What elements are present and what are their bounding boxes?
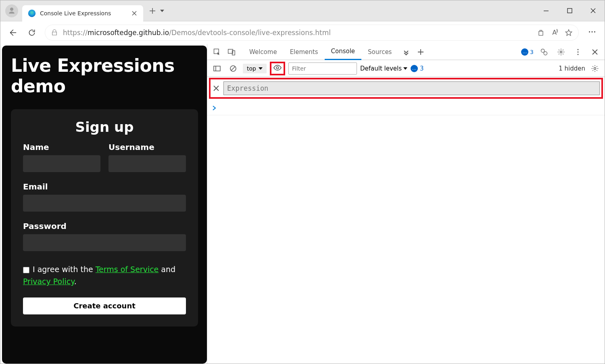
svg-point-11 xyxy=(578,49,579,50)
svg-point-13 xyxy=(578,54,579,55)
issues-counter[interactable]: …3 xyxy=(411,65,424,72)
svg-rect-14 xyxy=(214,66,220,71)
close-devtools-icon[interactable] xyxy=(588,46,601,58)
password-label: Password xyxy=(23,221,186,231)
issues-badge-top[interactable]: …3 xyxy=(521,48,534,56)
svg-rect-1 xyxy=(567,8,572,13)
tos-link[interactable]: Terms of Service xyxy=(96,265,159,274)
minimize-button[interactable] xyxy=(534,0,558,21)
tab-console[interactable]: Console xyxy=(325,44,362,60)
page-content: Live Expressions demo Sign up Name Usern… xyxy=(2,46,207,364)
svg-point-16 xyxy=(276,67,279,69)
name-field[interactable] xyxy=(23,155,100,172)
context-selector[interactable]: top xyxy=(243,64,267,73)
password-field[interactable] xyxy=(23,234,186,251)
add-tab-icon[interactable] xyxy=(414,46,427,58)
live-expression-eye-icon[interactable] xyxy=(273,63,282,74)
svg-point-0 xyxy=(28,9,35,17)
prompt-chevron-icon xyxy=(211,105,217,111)
live-expression-button-highlight xyxy=(270,62,285,75)
devtools-top-bar: Welcome Elements Console Sources …3 xyxy=(207,44,605,60)
titlebar: Console Live Expressions xyxy=(0,0,605,21)
svg-point-3 xyxy=(591,31,592,32)
clear-console-icon[interactable] xyxy=(227,62,240,75)
devtools-panel: Welcome Elements Console Sources …3 xyxy=(207,44,605,364)
email-label: Email xyxy=(23,182,186,191)
back-button[interactable] xyxy=(6,26,19,39)
privacy-link[interactable]: Privacy Policy xyxy=(23,277,74,286)
svg-point-10 xyxy=(560,51,562,53)
profile-avatar[interactable] xyxy=(5,4,18,17)
tab-elements[interactable]: Elements xyxy=(284,44,325,60)
url-box[interactable]: https://microsoftedge.github.io/Demos/de… xyxy=(45,25,579,41)
chevron-down-icon xyxy=(403,67,407,71)
consent-checkbox[interactable] xyxy=(23,267,29,273)
signup-card: Sign up Name Username Email Password xyxy=(11,109,198,327)
read-aloud-icon[interactable]: A)) xyxy=(552,29,557,37)
tabs-chevron-icon[interactable] xyxy=(159,8,165,14)
svg-point-8 xyxy=(541,49,544,52)
consent-text: I agree with the Terms of Service and Pr… xyxy=(23,263,186,288)
new-tab-icon[interactable] xyxy=(149,7,156,15)
device-toolbar-icon[interactable] xyxy=(225,46,238,58)
username-label: Username xyxy=(108,142,186,152)
feedback-icon[interactable] xyxy=(538,46,551,58)
inspect-element-icon[interactable] xyxy=(211,46,223,58)
svg-point-9 xyxy=(544,52,547,55)
form-heading: Sign up xyxy=(23,119,186,135)
svg-point-17 xyxy=(594,67,596,69)
tab-sources[interactable]: Sources xyxy=(361,44,398,60)
log-levels-selector[interactable]: Default levels xyxy=(360,65,407,72)
more-tabs-icon[interactable] xyxy=(400,46,413,58)
tab-welcome[interactable]: Welcome xyxy=(243,44,284,60)
favorite-icon[interactable] xyxy=(565,29,573,37)
edge-favicon-icon xyxy=(28,9,36,17)
live-expression-input[interactable] xyxy=(223,81,600,95)
live-expression-row-highlight xyxy=(209,78,603,99)
reload-button[interactable] xyxy=(25,26,38,39)
svg-point-12 xyxy=(578,51,579,52)
speech-bubble-icon: … xyxy=(411,65,418,72)
browser-tab[interactable]: Console Live Expressions xyxy=(22,5,143,21)
maximize-button[interactable] xyxy=(558,0,581,21)
address-bar: https://microsoftedge.github.io/Demos/de… xyxy=(0,21,605,44)
settings-icon[interactable] xyxy=(555,46,567,58)
hidden-messages[interactable]: 1 hidden xyxy=(559,65,585,72)
create-account-button[interactable]: Create account xyxy=(23,297,186,314)
email-field[interactable] xyxy=(23,195,186,212)
lock-icon xyxy=(51,29,58,36)
sidebar-toggle-icon[interactable] xyxy=(211,62,223,75)
close-window-button[interactable] xyxy=(581,0,605,21)
url-text: https://microsoftedge.github.io/Demos/de… xyxy=(63,29,331,37)
tab-title: Console Live Expressions xyxy=(40,10,127,17)
console-filter-input[interactable] xyxy=(288,62,357,75)
console-prompt[interactable] xyxy=(207,101,605,115)
page-title: Live Expressions demo xyxy=(2,55,207,103)
username-field[interactable] xyxy=(108,155,186,172)
svg-point-4 xyxy=(594,31,595,32)
console-settings-icon[interactable] xyxy=(588,62,601,75)
remove-expression-icon[interactable] xyxy=(212,84,220,92)
console-toolbar: top Default levels …3 1 hidden xyxy=(207,60,605,77)
chevron-down-icon xyxy=(259,67,263,71)
browser-more-icon[interactable] xyxy=(585,25,599,40)
speech-bubble-icon: … xyxy=(521,48,528,56)
close-tab-icon[interactable] xyxy=(131,10,138,17)
app-icon[interactable] xyxy=(537,29,545,37)
name-label: Name xyxy=(23,142,100,152)
svg-point-2 xyxy=(589,31,590,32)
devtools-more-icon[interactable] xyxy=(572,46,584,58)
